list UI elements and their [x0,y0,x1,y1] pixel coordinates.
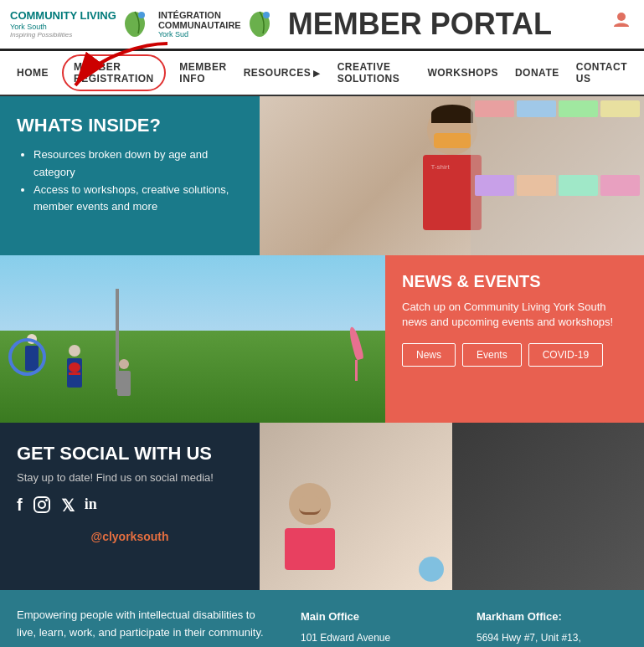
user-avatar-icon[interactable] [612,10,631,28]
svg-point-1 [263,12,270,18]
footer-main-office: Main Office 101 Edward Avenue Richmond H… [301,607,451,647]
markham-office-title: Markham Office: [477,607,627,626]
linkedin-icon[interactable]: in [85,496,97,518]
hero-bullet-2: Access to workshops, creative solutions,… [33,182,243,217]
brand-tagline: Inspiring Possibilities [10,31,72,39]
person-1 [25,334,39,372]
news-events-title: NEWS & EVENTS [402,272,627,291]
news-buttons-group: News Events COVID-19 [402,343,627,367]
user-icon[interactable] [612,10,631,33]
social-photo-1 [260,423,452,590]
svg-point-5 [39,501,45,508]
logo-area: COMMUNITY LIVING York South Inspiring Po… [10,10,271,39]
leaf-icon-2 [248,10,271,39]
leaf-icon-1 [123,10,147,39]
brand-name-1: COMMUNITY LIVING [10,10,116,22]
social-desc: Stay up to date! Find us on social media… [17,471,243,484]
hero-text-panel: WHATS INSIDE? Resources broken down by a… [0,96,260,255]
svg-point-2 [617,13,626,21]
social-handle: @clyorksouth [17,530,243,543]
nav-resources-label: RESOURCES [244,67,312,79]
events-button[interactable]: Events [462,343,522,367]
outdoor-photo [0,255,385,423]
int-title-1: INTÉGRATION [158,10,221,20]
main-office-line1: 101 Edward Avenue [301,629,451,647]
hero-title: WHATS INSIDE? [17,115,243,136]
middle-section: NEWS & EVENTS Catch up on Community Livi… [0,255,644,423]
nav-resources-arrow: ▶ [313,69,321,78]
nav-member-info[interactable]: MEMBER INFO [171,53,234,93]
hero-image: T-shirt [260,96,644,255]
svg-point-0 [138,12,145,18]
person-2 [67,345,82,389]
nav-home[interactable]: HOME [8,59,57,87]
footer-section: Empowering people with intellectual disa… [0,590,644,647]
background-decor [471,96,644,255]
integration-logo: INTÉGRATION COMMUNAUTAIRE York Sud [158,10,241,39]
social-photos-area [260,423,644,590]
int-sub: York Sud [158,30,188,39]
social-photo-2 [452,423,645,590]
footer-markham-office: Markham Office: 5694 Hwy #7, Unit #13, M… [477,607,627,647]
hero-bullets: Resources broken down by age and categor… [17,146,243,216]
facebook-icon[interactable]: f [17,496,23,518]
flamingo-toy [352,326,360,381]
community-living-logo: COMMUNITY LIVING York South Inspiring Po… [10,10,116,38]
nav-donate[interactable]: DONATE [507,59,568,87]
hero-section: WHATS INSIDE? Resources broken down by a… [0,96,644,255]
knitting-person [285,483,335,573]
nav-resources[interactable]: RESOURCES ▶ [235,59,329,87]
main-office-title: Main Office [301,607,451,626]
page-header: COMMUNITY LIVING York South Inspiring Po… [0,0,644,51]
social-icons-row: f 𝕏 in [17,496,243,518]
yarn-ball [419,557,444,582]
news-button[interactable]: News [402,343,456,367]
nav-contact-us[interactable]: CONTACT US [568,53,636,93]
main-nav: HOME MEMBER REGISTRATION MEMBER INFO RES… [0,51,644,96]
news-events-panel: NEWS & EVENTS Catch up on Community Livi… [385,255,644,423]
twitter-icon[interactable]: 𝕏 [61,496,75,518]
svg-point-6 [45,499,48,501]
nav-creative-solutions[interactable]: CREATIVE SOLUTIONS [329,53,420,93]
hero-bullet-1: Resources broken down by age and categor… [33,146,243,182]
portal-title: MEMBER PORTAL [288,7,552,42]
social-section: GET SOCIAL WITH US Stay up to date! Find… [0,423,644,590]
instagram-icon[interactable] [33,496,51,518]
int-title-2: COMMUNAUTAIRE [158,20,241,30]
social-text-panel: GET SOCIAL WITH US Stay up to date! Find… [0,423,260,590]
person-3 [117,359,131,398]
news-events-desc: Catch up on Community Living York South … [402,300,627,330]
brand-sub-1: York South [10,23,47,31]
footer-tagline: Empowering people with intellectual disa… [17,607,276,642]
markham-office-line1: 5694 Hwy #7, Unit #13, [477,629,627,647]
nav-member-registration[interactable]: MEMBER REGISTRATION [62,54,166,91]
social-title: GET SOCIAL WITH US [17,443,243,465]
nav-workshops[interactable]: WORKSHOPS [419,59,507,87]
covid19-button[interactable]: COVID-19 [528,343,603,367]
footer-tagline-text: Empowering people with intellectual disa… [17,607,276,642]
